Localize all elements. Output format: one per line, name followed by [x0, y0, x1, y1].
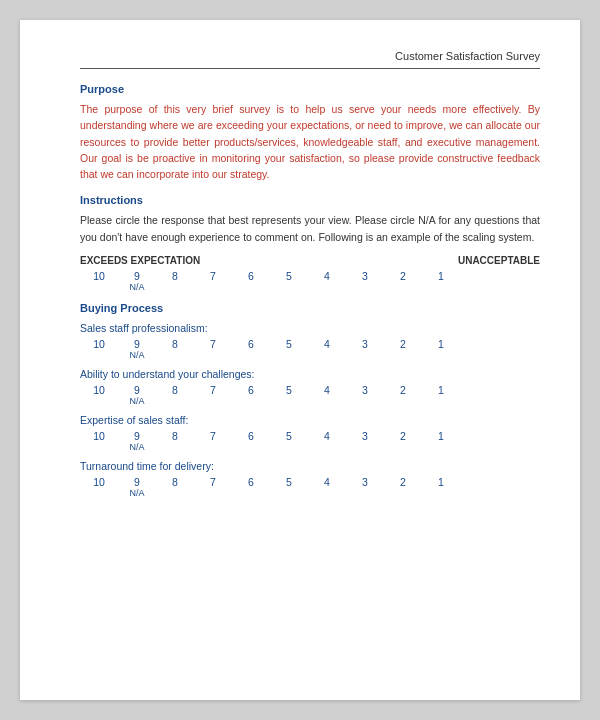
- scale-num-8: 8: [156, 270, 194, 292]
- q1-num-5: 5: [270, 338, 308, 360]
- q3-num-6: 6: [232, 430, 270, 452]
- scale-example: EXCEEDS EXPECTATION UNACCEPTABLE 10 9N/A…: [80, 255, 540, 292]
- q4-num-2: 2: [384, 476, 422, 498]
- q3-num-10: 10: [80, 430, 118, 452]
- q3-num-3: 3: [346, 430, 384, 452]
- q3-num-8: 8: [156, 430, 194, 452]
- q2-num-8: 8: [156, 384, 194, 406]
- question-2: Ability to understand your challenges: 1…: [80, 368, 540, 406]
- purpose-section: Purpose The purpose of this very brief s…: [80, 83, 540, 182]
- q1-num-1: 1: [422, 338, 460, 360]
- question-1-label: Sales staff professionalism:: [80, 322, 540, 334]
- question-3: Expertise of sales staff: 10 9N/A 8 7 6 …: [80, 414, 540, 452]
- question-4-scale: 10 9N/A 8 7 6 5 4 3 2 1: [80, 476, 540, 498]
- q2-num-6: 6: [232, 384, 270, 406]
- q4-num-6: 6: [232, 476, 270, 498]
- scale-num-10: 10: [80, 270, 118, 292]
- q4-num-7: 7: [194, 476, 232, 498]
- q2-num-1: 1: [422, 384, 460, 406]
- q2-num-2: 2: [384, 384, 422, 406]
- scale-num-9: 9N/A: [118, 270, 156, 292]
- q1-num-2: 2: [384, 338, 422, 360]
- q4-num-3: 3: [346, 476, 384, 498]
- q2-num-4: 4: [308, 384, 346, 406]
- scale-example-numbers: 10 9N/A 8 7 6 5 4 3 2 1: [80, 270, 540, 292]
- q3-num-7: 7: [194, 430, 232, 452]
- scale-num-7: 7: [194, 270, 232, 292]
- scale-num-2: 2: [384, 270, 422, 292]
- q2-num-5: 5: [270, 384, 308, 406]
- q4-num-8: 8: [156, 476, 194, 498]
- q2-num-7: 7: [194, 384, 232, 406]
- q3-num-2: 2: [384, 430, 422, 452]
- question-4: Turnaround time for delivery: 10 9N/A 8 …: [80, 460, 540, 498]
- scale-num-4: 4: [308, 270, 346, 292]
- buying-process-section: Buying Process Sales staff professionali…: [80, 302, 540, 498]
- question-2-label: Ability to understand your challenges:: [80, 368, 540, 380]
- q4-num-10: 10: [80, 476, 118, 498]
- scale-num-5: 5: [270, 270, 308, 292]
- instructions-heading: Instructions: [80, 194, 540, 206]
- q1-num-6: 6: [232, 338, 270, 360]
- purpose-heading: Purpose: [80, 83, 540, 95]
- q4-num-4: 4: [308, 476, 346, 498]
- q1-num-9: 9N/A: [118, 338, 156, 360]
- instructions-section: Instructions Please circle the response …: [80, 194, 540, 245]
- scale-header-row: EXCEEDS EXPECTATION UNACCEPTABLE: [80, 255, 540, 266]
- question-2-scale: 10 9N/A 8 7 6 5 4 3 2 1: [80, 384, 540, 406]
- q2-num-10: 10: [80, 384, 118, 406]
- scale-right-label: UNACCEPTABLE: [458, 255, 540, 266]
- question-3-scale: 10 9N/A 8 7 6 5 4 3 2 1: [80, 430, 540, 452]
- q3-num-1: 1: [422, 430, 460, 452]
- survey-page: Customer Satisfaction Survey Purpose The…: [20, 20, 580, 700]
- purpose-body: The purpose of this very brief survey is…: [80, 101, 540, 182]
- q1-num-10: 10: [80, 338, 118, 360]
- question-4-label: Turnaround time for delivery:: [80, 460, 540, 472]
- q3-num-5: 5: [270, 430, 308, 452]
- question-1-scale: 10 9N/A 8 7 6 5 4 3 2 1: [80, 338, 540, 360]
- q1-num-4: 4: [308, 338, 346, 360]
- q3-num-9: 9N/A: [118, 430, 156, 452]
- scale-left-label: EXCEEDS EXPECTATION: [80, 255, 200, 266]
- header: Customer Satisfaction Survey: [80, 50, 540, 69]
- buying-process-heading: Buying Process: [80, 302, 540, 314]
- instructions-body: Please circle the response that best rep…: [80, 212, 540, 245]
- scale-num-6: 6: [232, 270, 270, 292]
- q1-num-8: 8: [156, 338, 194, 360]
- q4-num-9: 9N/A: [118, 476, 156, 498]
- question-1: Sales staff professionalism: 10 9N/A 8 7…: [80, 322, 540, 360]
- q4-num-5: 5: [270, 476, 308, 498]
- q2-num-3: 3: [346, 384, 384, 406]
- survey-title: Customer Satisfaction Survey: [395, 50, 540, 62]
- q1-num-7: 7: [194, 338, 232, 360]
- scale-num-1: 1: [422, 270, 460, 292]
- q3-num-4: 4: [308, 430, 346, 452]
- q4-num-1: 1: [422, 476, 460, 498]
- scale-num-3: 3: [346, 270, 384, 292]
- question-3-label: Expertise of sales staff:: [80, 414, 540, 426]
- q1-num-3: 3: [346, 338, 384, 360]
- q2-num-9: 9N/A: [118, 384, 156, 406]
